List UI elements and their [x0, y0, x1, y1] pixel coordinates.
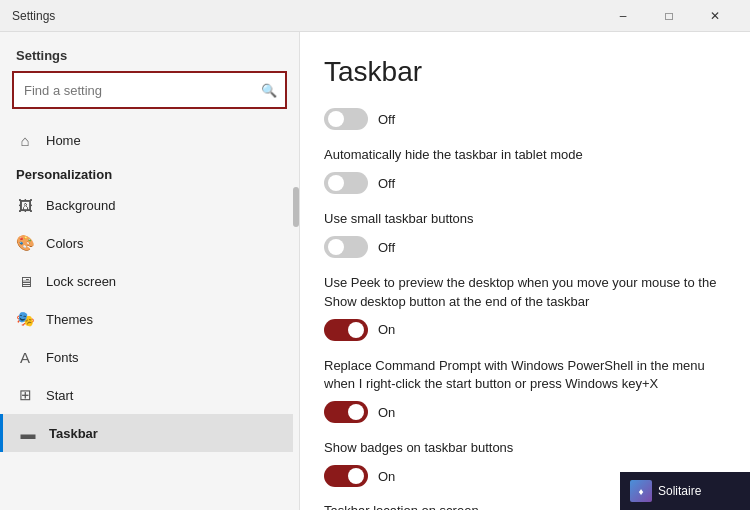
toggle-hide-tablet[interactable] [324, 172, 368, 194]
toggle-state-small-buttons: Off [378, 240, 395, 255]
solitaire-icon-symbol: ♦ [638, 486, 643, 497]
home-label: Home [46, 133, 81, 148]
sidebar-scrollbar-thumb[interactable] [293, 187, 299, 227]
taskbar-app[interactable]: ♦ Solitaire [620, 472, 750, 510]
sidebar-item-taskbar[interactable]: ▬ Taskbar [0, 414, 299, 452]
page-title: Taskbar [324, 56, 718, 88]
toggle-row-small-buttons: Off [324, 236, 718, 258]
solitaire-label: Solitaire [658, 484, 701, 498]
toggle-row-lock-taskbar: Off [324, 108, 718, 130]
sidebar-header: Settings [0, 32, 299, 71]
setting-lock-taskbar: Off [324, 108, 718, 130]
toggle-thumb-small-buttons [328, 239, 344, 255]
themes-icon: 🎭 [16, 310, 34, 328]
toggle-state-powershell: On [378, 405, 395, 420]
toggle-thumb-lock-taskbar [328, 111, 344, 127]
toggle-row-peek: On [324, 319, 718, 341]
sidebar-item-fonts[interactable]: A Fonts [0, 338, 299, 376]
toggle-peek[interactable] [324, 319, 368, 341]
start-icon: ⊞ [16, 386, 34, 404]
taskbar-icon: ▬ [19, 424, 37, 442]
sidebar-item-themes[interactable]: 🎭 Themes [0, 300, 299, 338]
themes-label: Themes [46, 312, 93, 327]
solitaire-icon: ♦ [630, 480, 652, 502]
window-title: Settings [12, 9, 600, 23]
toggle-row-hide-tablet: Off [324, 172, 718, 194]
title-bar: Settings – □ ✕ [0, 0, 750, 32]
toggle-row-powershell: On [324, 401, 718, 423]
colors-label: Colors [46, 236, 84, 251]
sidebar-item-lock-screen[interactable]: 🖥 Lock screen [0, 262, 299, 300]
minimize-button[interactable]: – [600, 0, 646, 32]
lock-screen-icon: 🖥 [16, 272, 34, 290]
sidebar: Settings 🔍 ⌂ Home Personalization 🖼 Back… [0, 32, 300, 510]
sidebar-item-colors[interactable]: 🎨 Colors [0, 224, 299, 262]
toggle-thumb-hide-tablet [328, 175, 344, 191]
settings-list: OffAutomatically hide the taskbar in tab… [324, 108, 718, 487]
app-container: Settings 🔍 ⌂ Home Personalization 🖼 Back… [0, 32, 750, 510]
toggle-small-buttons[interactable] [324, 236, 368, 258]
fonts-label: Fonts [46, 350, 79, 365]
nav-items-list: 🖼 Background 🎨 Colors 🖥 Lock screen 🎭 Th… [0, 186, 299, 452]
sidebar-title: Settings [16, 48, 67, 63]
window-controls: – □ ✕ [600, 0, 738, 32]
toggle-state-hide-tablet: Off [378, 176, 395, 191]
setting-small-buttons: Use small taskbar buttonsOff [324, 210, 718, 258]
setting-peek: Use Peek to preview the desktop when you… [324, 274, 718, 340]
sidebar-section-label: Personalization [0, 159, 299, 186]
lock-screen-label: Lock screen [46, 274, 116, 289]
toggle-powershell[interactable] [324, 401, 368, 423]
toggle-state-badges: On [378, 469, 395, 484]
setting-label-small-buttons: Use small taskbar buttons [324, 210, 718, 228]
main-content: Taskbar OffAutomatically hide the taskba… [300, 32, 750, 510]
toggle-thumb-badges [348, 468, 364, 484]
setting-powershell: Replace Command Prompt with Windows Powe… [324, 357, 718, 423]
toggle-thumb-powershell [348, 404, 364, 420]
sidebar-item-start[interactable]: ⊞ Start [0, 376, 299, 414]
toggle-state-lock-taskbar: Off [378, 112, 395, 127]
toggle-state-peek: On [378, 322, 395, 337]
toggle-thumb-peek [348, 322, 364, 338]
start-label: Start [46, 388, 73, 403]
background-label: Background [46, 198, 115, 213]
search-box[interactable]: 🔍 [12, 71, 287, 109]
sidebar-item-background[interactable]: 🖼 Background [0, 186, 299, 224]
setting-hide-tablet: Automatically hide the taskbar in tablet… [324, 146, 718, 194]
setting-label-powershell: Replace Command Prompt with Windows Powe… [324, 357, 718, 393]
sidebar-scrollbar[interactable] [293, 187, 299, 467]
setting-label-badges: Show badges on taskbar buttons [324, 439, 718, 457]
taskbar-label: Taskbar [49, 426, 98, 441]
fonts-icon: A [16, 348, 34, 366]
search-icon: 🔍 [261, 83, 277, 98]
close-button[interactable]: ✕ [692, 0, 738, 32]
toggle-badges[interactable] [324, 465, 368, 487]
colors-icon: 🎨 [16, 234, 34, 252]
background-icon: 🖼 [16, 196, 34, 214]
search-input[interactable] [14, 73, 285, 107]
home-icon: ⌂ [16, 131, 34, 149]
setting-label-peek: Use Peek to preview the desktop when you… [324, 274, 718, 310]
toggle-lock-taskbar[interactable] [324, 108, 368, 130]
maximize-button[interactable]: □ [646, 0, 692, 32]
sidebar-item-home[interactable]: ⌂ Home [0, 121, 299, 159]
setting-label-hide-tablet: Automatically hide the taskbar in tablet… [324, 146, 718, 164]
